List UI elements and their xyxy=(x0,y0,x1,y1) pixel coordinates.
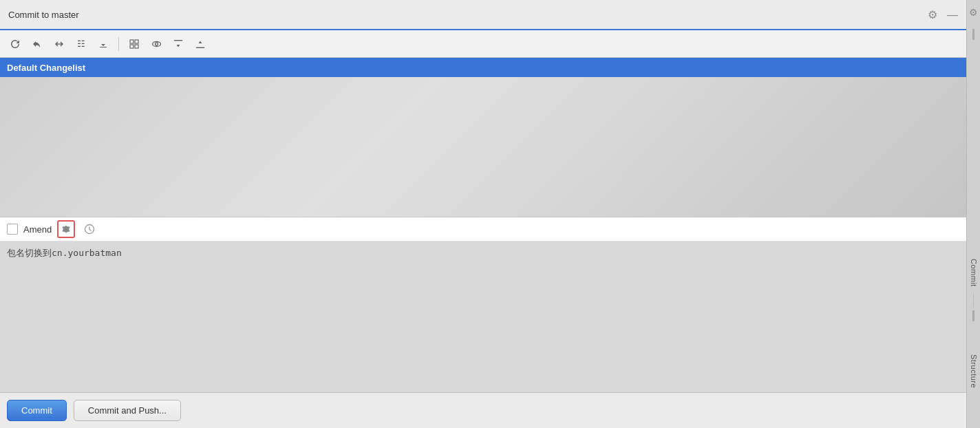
toolbar-separator-1 xyxy=(118,37,119,51)
sidebar-divider xyxy=(973,294,974,308)
undo-button[interactable] xyxy=(28,34,47,54)
amend-checkbox[interactable] xyxy=(7,224,18,235)
align-top-button[interactable] xyxy=(169,34,188,54)
commit-button[interactable]: Commit xyxy=(7,400,67,421)
amend-clock-button[interactable] xyxy=(81,220,98,238)
svg-rect-2 xyxy=(130,45,134,48)
svg-rect-1 xyxy=(135,40,138,43)
title-bar-icons: ⚙ — xyxy=(928,8,958,21)
amend-label: Amend xyxy=(23,224,52,235)
sidebar-tab-commit[interactable]: Commit xyxy=(968,252,979,294)
commit-message-chinese: 包名切换到 xyxy=(7,248,52,258)
commit-and-push-button[interactable]: Commit and Push... xyxy=(74,400,181,421)
minimize-icon[interactable]: — xyxy=(947,9,958,21)
sidebar-tab-structure[interactable]: Structure xyxy=(968,347,979,395)
changelist-label: Default Changelist xyxy=(7,63,85,73)
toolbar: ☷ xyxy=(0,30,966,58)
window-title: Commit to master xyxy=(8,10,79,20)
amend-gear-button[interactable] xyxy=(57,220,75,238)
commit-message-monospace: cn.yourbatman xyxy=(52,248,122,258)
eye-button[interactable] xyxy=(147,34,166,54)
bottom-bar: Commit Commit and Push... xyxy=(0,392,966,428)
align-bottom-button[interactable] xyxy=(191,34,210,54)
group-button[interactable] xyxy=(125,34,144,54)
commit-message-text: 包名切换到cn.yourbatman xyxy=(7,247,959,259)
move-button[interactable] xyxy=(50,34,69,54)
diff-button[interactable]: ☷ xyxy=(72,34,91,54)
changelist-header: Default Changelist xyxy=(0,58,966,77)
svg-point-5 xyxy=(155,43,158,45)
main-window: Commit to master ⚙ — xyxy=(0,0,966,428)
download-button[interactable] xyxy=(94,34,113,54)
svg-rect-7 xyxy=(196,47,204,48)
sidebar-dot-1 xyxy=(972,29,974,40)
amend-row: Amend xyxy=(0,217,966,242)
files-area xyxy=(0,77,966,217)
title-bar: Commit to master ⚙ — xyxy=(0,0,966,30)
settings-icon[interactable]: ⚙ xyxy=(928,8,937,21)
svg-rect-3 xyxy=(135,45,138,48)
sidebar-dot-2 xyxy=(972,310,974,321)
right-sidebar: ⚙ Commit Structure xyxy=(966,0,980,428)
commit-message-area[interactable]: 包名切换到cn.yourbatman xyxy=(0,242,966,392)
svg-rect-6 xyxy=(174,40,182,41)
sidebar-settings-icon[interactable]: ⚙ xyxy=(969,7,978,18)
svg-rect-0 xyxy=(130,40,134,43)
refresh-button[interactable] xyxy=(6,34,25,54)
